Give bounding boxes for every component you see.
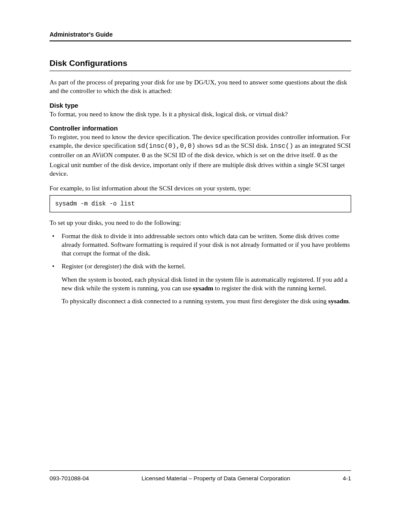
defn-code: sd(insc(0),0,0) — [137, 143, 196, 150]
example-text: For example, to list information about t… — [50, 184, 351, 193]
term-definition: To register, you need to know the device… — [50, 133, 351, 178]
bullet-para-pre: To physically disconnect a disk connecte… — [62, 298, 328, 305]
bullet-para-bold: sysadm — [328, 298, 349, 305]
bullet-para-post: . — [349, 298, 350, 305]
bullet-item: • Format the disk to divide it into addr… — [50, 232, 351, 258]
section-intro: As part of the process of preparing your… — [50, 78, 351, 96]
ctrl-code: 0 — [142, 152, 146, 159]
ctrl-text: as the SCSI disk. — [223, 142, 268, 149]
bullet-icon: • — [50, 232, 62, 258]
bullet-item: • Register (or deregister) the disk with… — [50, 262, 351, 305]
bullet-line: Register (or deregister) the disk with t… — [62, 263, 185, 270]
bullet-para-post: to register the disk with the running ke… — [213, 285, 327, 292]
term-block-disk-type: Disk type To format, you need to know th… — [50, 102, 351, 118]
bullet-text: Register (or deregister) the disk with t… — [62, 262, 351, 305]
footer-company: Licensed Material – Property of Data Gen… — [141, 475, 290, 482]
term-block-controller-info: Controller information To register, you … — [50, 124, 351, 178]
term-definition: To format, you need to know the disk typ… — [50, 110, 351, 118]
page-footer: 093-701088-04 Licensed Material – Proper… — [50, 470, 351, 482]
term-label: Disk type — [50, 102, 351, 109]
code-box: sysadm -m disk -o list — [50, 195, 351, 212]
bullet-icon: • — [50, 262, 62, 305]
footer-ref: 093-701088-04 — [50, 475, 89, 482]
bullets-intro: To set up your disks, you need to do the… — [50, 218, 351, 227]
bullet-text: Format the disk to divide it into addres… — [62, 232, 351, 258]
ctrl-code: insc() — [270, 143, 293, 150]
ctrl-text: as the SCSI ID of the disk device, which… — [146, 152, 316, 159]
page-header-title: Administrator's Guide — [50, 31, 351, 41]
term-label: Controller information — [50, 124, 351, 132]
ctrl-code: sd — [215, 143, 223, 150]
bullet-para-bold: sysadm — [193, 285, 214, 292]
section-heading: Disk Configurations — [50, 59, 351, 71]
ctrl-code: 0 — [317, 152, 321, 159]
footer-page-number: 4-1 — [342, 475, 351, 482]
defn-text-post: shows — [196, 142, 215, 149]
